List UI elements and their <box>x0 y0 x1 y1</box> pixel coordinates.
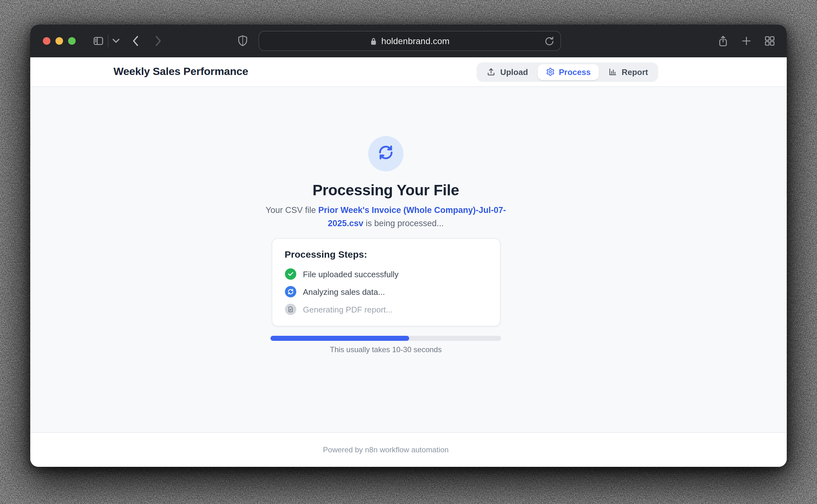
page-title: Weekly Sales Performance <box>113 66 248 78</box>
share-icon[interactable] <box>717 35 729 50</box>
toolbar-right-actions <box>717 35 775 50</box>
refresh-icon <box>377 144 394 163</box>
gear-icon <box>546 67 555 76</box>
step-file-uploaded: File uploaded successfully <box>285 265 487 283</box>
address-bar[interactable]: holdenbrand.com <box>258 31 561 51</box>
screen: holdenbrand.com <box>0 0 817 504</box>
step-label: Generating PDF report... <box>303 305 393 314</box>
zoom-window-button[interactable] <box>68 37 76 45</box>
reload-icon[interactable] <box>544 36 555 49</box>
subtitle-suffix: is being processed... <box>363 219 444 228</box>
lock-icon <box>370 37 377 45</box>
check-icon <box>285 268 296 280</box>
tab-upload-label: Upload <box>500 67 528 77</box>
tab-process[interactable]: Process <box>538 64 599 80</box>
upload-icon <box>487 67 496 76</box>
step-label: File uploaded successfully <box>303 269 399 279</box>
processing-subtitle: Your CSV file Prior Week's Invoice (Whol… <box>252 203 520 230</box>
page-heading: Processing Your File <box>113 181 658 199</box>
tab-process-label: Process <box>559 67 591 77</box>
tab-overview-icon[interactable] <box>764 35 775 50</box>
bar-chart-icon <box>608 67 617 76</box>
progress-note: This usually takes 10-30 seconds <box>113 345 658 354</box>
step-label: Analyzing sales data... <box>303 287 385 296</box>
window-controls <box>43 37 76 45</box>
steps-card-title: Processing Steps: <box>285 249 487 260</box>
back-button-icon[interactable] <box>131 35 140 47</box>
tab-report-label: Report <box>622 67 648 77</box>
app-header: Weekly Sales Performance Upload <box>30 57 787 87</box>
processing-steps-card: Processing Steps: File uploaded successf… <box>271 238 500 326</box>
document-icon <box>285 304 296 315</box>
footer-text: Powered by n8n workflow automation <box>113 445 658 454</box>
tab-upload[interactable]: Upload <box>479 64 536 80</box>
tab-report[interactable]: Report <box>600 64 656 80</box>
chevron-down-icon[interactable] <box>112 38 120 43</box>
close-window-button[interactable] <box>43 37 50 45</box>
new-tab-icon[interactable] <box>741 35 752 50</box>
progress-bar <box>270 336 501 341</box>
step-analyzing: Analyzing sales data... <box>285 283 487 301</box>
app-footer: Powered by n8n workflow automation <box>30 432 787 467</box>
subtitle-prefix: Your CSV file <box>266 205 318 215</box>
url-text: holdenbrand.com <box>381 36 450 46</box>
browser-titlebar: holdenbrand.com <box>30 25 787 57</box>
forward-button-icon[interactable] <box>154 35 163 47</box>
step-generating-report: Generating PDF report... <box>285 301 487 318</box>
main-content: Processing Your File Your CSV file Prior… <box>30 87 787 432</box>
privacy-shield-icon[interactable] <box>238 35 248 47</box>
processing-spinner-badge <box>368 136 403 171</box>
toolbar-divider <box>108 35 108 47</box>
progress-fill <box>270 336 409 341</box>
sidebar-toggle-icon[interactable] <box>93 35 104 47</box>
refresh-icon <box>285 286 296 297</box>
nav-segmented-control: Upload Process <box>477 62 658 82</box>
minimize-window-button[interactable] <box>55 37 63 45</box>
browser-window: holdenbrand.com <box>30 25 787 467</box>
